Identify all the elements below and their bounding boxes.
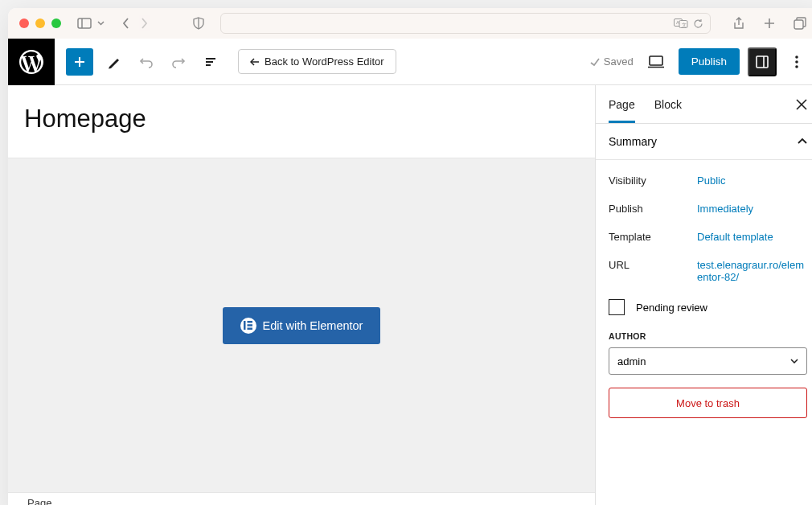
wordpress-logo[interactable] [8, 39, 55, 85]
editor-column: Homepage Edit with Elementor Page [8, 85, 595, 505]
undo-button[interactable] [132, 47, 161, 76]
sidebar-menu-button[interactable] [95, 14, 106, 32]
summary-panel-header[interactable]: Summary [596, 124, 812, 160]
sidebar-tabs: Page Block [596, 85, 812, 124]
saved-indicator: Saved [589, 55, 634, 68]
url-row[interactable]: URL test.elenagraur.ro/elementor-82/ [609, 251, 807, 291]
traffic-lights [19, 18, 61, 28]
edit-with-elementor-button[interactable]: Edit with Elementor [223, 307, 381, 344]
more-options-button[interactable] [785, 47, 809, 76]
preview-device-button[interactable] [642, 47, 671, 76]
tab-page[interactable]: Page [609, 85, 635, 123]
svg-text:文: 文 [682, 21, 687, 27]
author-field-label: AUTHOR [609, 331, 807, 341]
publish-label: Publish [609, 203, 697, 215]
publish-label: Publish [691, 55, 727, 68]
svg-rect-26 [248, 328, 253, 331]
publish-row[interactable]: Publish Immediately [609, 195, 807, 223]
visibility-label: Visibility [609, 174, 697, 187]
settings-sidebar: Page Block Summary Visibility Public Pub… [595, 85, 812, 505]
svg-point-21 [795, 60, 798, 64]
chevron-up-icon [798, 138, 807, 145]
title-area[interactable]: Homepage [8, 85, 595, 158]
breadcrumb-label: Page [27, 497, 51, 505]
page-title[interactable]: Homepage [24, 105, 579, 133]
tabs-icon[interactable] [791, 14, 809, 32]
publish-button[interactable]: Publish [679, 48, 740, 75]
template-label: Template [609, 231, 697, 243]
svg-rect-25 [248, 324, 253, 326]
pending-review-checkbox[interactable] [609, 299, 625, 315]
pending-review-label: Pending review [636, 302, 707, 314]
svg-rect-9 [794, 20, 803, 29]
svg-point-22 [795, 65, 798, 68]
trash-label: Move to trash [676, 397, 740, 409]
document-overview-button[interactable] [196, 47, 225, 76]
back-to-wordpress-label: Back to WordPress Editor [265, 55, 384, 68]
template-row[interactable]: Template Default template [609, 223, 807, 251]
back-button[interactable] [117, 14, 135, 32]
svg-rect-24 [248, 321, 253, 323]
breadcrumb[interactable]: Page [8, 492, 595, 505]
settings-sidebar-toggle[interactable] [748, 47, 777, 76]
reload-icon[interactable] [693, 18, 703, 29]
saved-label: Saved [604, 55, 634, 68]
elementor-icon [240, 318, 256, 334]
close-window-button[interactable] [19, 18, 29, 28]
browser-window: A文 [8, 8, 812, 505]
template-value[interactable]: Default template [697, 231, 807, 243]
share-icon[interactable] [730, 14, 748, 32]
pending-review-row[interactable]: Pending review [609, 291, 807, 326]
shield-privacy-icon[interactable] [190, 14, 207, 32]
add-block-button[interactable] [66, 48, 93, 76]
author-value: admin [617, 355, 646, 367]
url-value[interactable]: test.elenagraur.ro/elementor-82/ [697, 259, 807, 283]
visibility-value[interactable]: Public [697, 174, 807, 187]
maximize-window-button[interactable] [51, 18, 61, 28]
editor-body: Homepage Edit with Elementor Page Page B… [8, 85, 812, 505]
editor-canvas[interactable]: Edit with Elementor [8, 158, 595, 492]
url-bar-icons: A文 [674, 18, 703, 29]
author-select[interactable]: admin [609, 347, 807, 375]
svg-rect-0 [78, 18, 91, 28]
publish-value[interactable]: Immediately [697, 203, 807, 215]
edit-mode-button[interactable] [100, 47, 129, 76]
tab-block[interactable]: Block [654, 85, 682, 123]
forward-button[interactable] [135, 14, 153, 32]
redo-button[interactable] [164, 47, 193, 76]
new-tab-icon[interactable] [761, 14, 778, 32]
summary-label: Summary [609, 135, 657, 148]
minimize-window-button[interactable] [35, 18, 45, 28]
browser-chrome: A文 [8, 8, 812, 39]
svg-rect-23 [244, 321, 246, 330]
svg-text:A: A [676, 20, 679, 25]
chevron-down-icon [790, 359, 798, 363]
svg-rect-16 [650, 56, 662, 65]
sidebar-toggle-button[interactable] [76, 14, 93, 32]
summary-panel-body: Visibility Public Publish Immediately Te… [596, 160, 812, 431]
url-label: URL [609, 259, 697, 283]
visibility-row[interactable]: Visibility Public [609, 166, 807, 195]
wordpress-toolbar: Back to WordPress Editor Saved Publish [8, 39, 812, 85]
address-bar[interactable]: A文 [220, 13, 711, 34]
svg-point-20 [795, 55, 798, 59]
svg-rect-18 [757, 56, 768, 68]
move-to-trash-button[interactable]: Move to trash [609, 388, 807, 418]
back-to-wordpress-button[interactable]: Back to WordPress Editor [238, 49, 396, 74]
close-sidebar-button[interactable] [796, 99, 807, 110]
elementor-label: Edit with Elementor [263, 319, 363, 332]
translate-icon[interactable]: A文 [674, 18, 688, 29]
